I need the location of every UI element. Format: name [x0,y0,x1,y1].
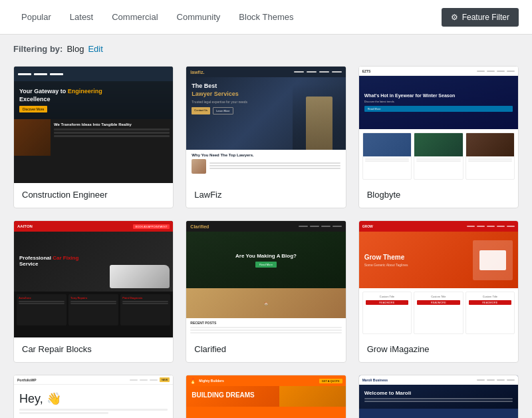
feature-filter-label: Feature Filter [462,13,509,22]
page-wrapper: Popular Latest Commercial Community Bloc… [0,0,532,418]
theme-preview-lawfiz: lawfiz. The BestLawyer Services Trusted … [186,67,345,183]
theme-card-blogbyte[interactable]: EZTS What's Hot in Eyewear for Winter Se… [358,66,519,208]
filter-edit-link[interactable]: Edit [88,44,102,54]
theme-preview-grow-imagazine: GROW Grow Theme Some Generic About Tagli… [359,221,518,337]
tab-block-themes[interactable]: Block Themes [231,7,301,27]
theme-name-car-repair-blocks: Car Repair Blocks [14,337,173,362]
filter-row: Filtering by: Blog Edit [0,35,532,63]
theme-name-grow-imagazine: Grow iMagazine [359,337,518,362]
theme-card-portfoliowp[interactable]: PortfolioWP NEW Hey, 👋 [13,375,174,418]
nav-bar: Popular Latest Commercial Community Bloc… [0,0,532,35]
theme-card-maroli-business[interactable]: Maroli Business Welcome to Maroli [358,375,519,418]
tab-latest[interactable]: Latest [62,7,101,27]
gear-icon: ⚙ [451,13,458,22]
theme-card-car-repair-blocks[interactable]: AAITON BOOK AN APPOINTMENT Professional … [13,220,174,363]
tab-community[interactable]: Community [169,7,229,27]
theme-grid: Your Gateway to EngineeringExcellence Di… [0,63,532,418]
filter-tag: Blog [66,44,84,54]
theme-preview-maroli-business: Maroli Business Welcome to Maroli [359,375,518,418]
theme-name-lawfiz: LawFiz [186,183,345,208]
theme-card-construction-engineer[interactable]: Your Gateway to EngineeringExcellence Di… [13,66,174,208]
theme-preview-portfoliowp: PortfolioWP NEW Hey, 👋 [14,375,173,418]
theme-preview-car-repair-blocks: AAITON BOOK AN APPOINTMENT Professional … [14,221,173,337]
filter-by-label: Filtering by: [13,44,63,54]
theme-name-clarified: Clarified [186,337,345,362]
theme-preview-construction-engineer: Your Gateway to EngineeringExcellence Di… [14,67,173,183]
theme-preview-mighty-builders: 🔥 Mighty Builders GET A QUOTE BUILDING D… [186,375,345,418]
theme-name-blogbyte: Blogbyte [359,183,518,208]
feature-filter-button[interactable]: ⚙ Feature Filter [442,8,519,27]
theme-preview-clarified: Clarified Are You Making A Blog? Read Mo… [186,221,345,337]
theme-card-grow-imagazine[interactable]: GROW Grow Theme Some Generic About Tagli… [358,220,519,363]
tab-commercial[interactable]: Commercial [104,7,166,27]
theme-card-clarified[interactable]: Clarified Are You Making A Blog? Read Mo… [186,220,346,363]
theme-preview-blogbyte: EZTS What's Hot in Eyewear for Winter Se… [359,67,518,183]
theme-card-lawfiz[interactable]: lawfiz. The BestLawyer Services Trusted … [186,66,346,208]
nav-tabs: Popular Latest Commercial Community Bloc… [13,7,301,27]
theme-name-construction-engineer: Construction Engineer [14,183,173,208]
theme-card-mighty-builders[interactable]: 🔥 Mighty Builders GET A QUOTE BUILDING D… [186,375,346,418]
tab-popular[interactable]: Popular [13,7,59,27]
